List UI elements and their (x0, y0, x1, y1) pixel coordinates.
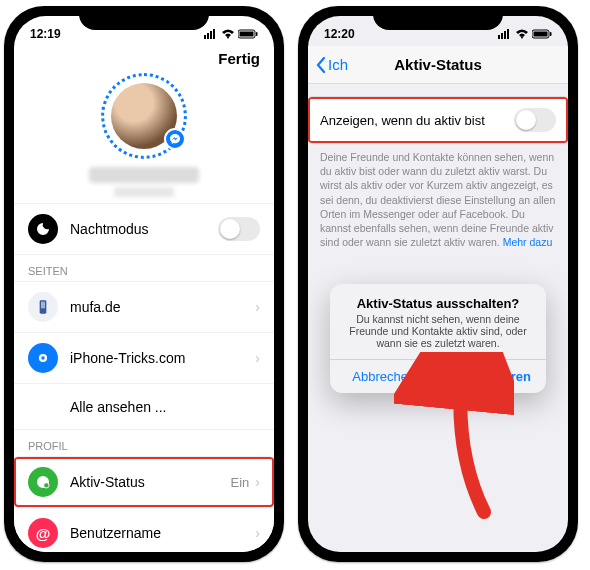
nightmode-row[interactable]: Nachtmodus (14, 203, 274, 254)
nav-bar-left: Fertig (14, 46, 274, 69)
svg-point-18 (521, 37, 523, 39)
active-status-value: Ein (231, 475, 250, 490)
chevron-right-icon: › (255, 299, 260, 315)
page-icon-iphonetricks (28, 343, 58, 373)
moon-icon (28, 214, 58, 244)
svg-rect-21 (550, 32, 552, 36)
dialog-title: Aktiv-Status ausschalten? (330, 284, 546, 313)
wifi-icon (221, 29, 235, 39)
svg-rect-6 (240, 32, 254, 37)
active-status-label: Aktiv-Status (70, 474, 231, 490)
svg-point-13 (44, 483, 49, 488)
username-row[interactable]: @ Benutzername › (14, 507, 274, 552)
page-icon-mufa (28, 292, 58, 322)
profile-name-blurred (89, 167, 199, 183)
scan-code-ring[interactable] (101, 73, 187, 159)
notch (79, 6, 209, 30)
wifi-icon (515, 29, 529, 39)
status-icons (204, 29, 258, 39)
svg-rect-2 (210, 31, 212, 39)
page-label: iPhone-Tricks.com (70, 350, 249, 366)
see-all-row[interactable]: Alle ansehen ... (14, 383, 274, 429)
messenger-badge-icon (164, 128, 186, 150)
svg-rect-1 (207, 33, 209, 39)
nightmode-label: Nachtmodus (70, 221, 218, 237)
profile-sub-blurred (114, 187, 174, 197)
status-time: 12:19 (30, 27, 61, 41)
svg-rect-3 (213, 29, 215, 39)
svg-rect-14 (498, 35, 500, 39)
svg-point-4 (227, 37, 229, 39)
deactivate-button[interactable]: Deaktivieren (438, 360, 547, 393)
section-pages: SEITEN (14, 254, 274, 281)
battery-icon (238, 29, 258, 39)
notch (373, 6, 503, 30)
page-label: mufa.de (70, 299, 249, 315)
svg-rect-15 (501, 33, 503, 39)
status-time: 12:20 (324, 27, 355, 41)
svg-point-11 (41, 356, 45, 360)
setting-description: Deine Freunde und Kontakte können sehen,… (308, 144, 568, 249)
screen-left: 12:19 Fertig Nachtmodus (14, 16, 274, 552)
svg-rect-9 (41, 302, 45, 309)
dialog-body: Du kannst nicht sehen, wenn deine Freund… (330, 313, 546, 359)
done-button[interactable]: Fertig (218, 50, 260, 67)
active-status-icon (28, 467, 58, 497)
chevron-right-icon: › (255, 350, 260, 366)
show-active-label: Anzeigen, wenn du aktiv bist (320, 113, 485, 128)
svg-rect-7 (256, 32, 258, 36)
show-active-toggle[interactable] (514, 108, 556, 132)
svg-rect-16 (504, 31, 506, 39)
battery-icon (532, 29, 552, 39)
nightmode-toggle[interactable] (218, 217, 260, 241)
chevron-right-icon: › (255, 525, 260, 541)
phone-right: 12:20 Ich Aktiv-Status Anzeigen, wenn du… (298, 6, 578, 562)
confirm-dialog: Aktiv-Status ausschalten? Du kannst nich… (330, 284, 546, 393)
signal-icon (204, 29, 218, 39)
see-all-label: Alle ansehen ... (70, 399, 260, 415)
desc-text: Deine Freunde und Kontakte können sehen,… (320, 151, 555, 248)
show-active-row[interactable]: Anzeigen, wenn du aktiv bist (308, 96, 568, 144)
dialog-buttons: Abbrechen Deaktivieren (330, 359, 546, 393)
cancel-button[interactable]: Abbrechen (330, 360, 438, 393)
nav-bar-right: Ich Aktiv-Status (308, 46, 568, 84)
username-label: Benutzername (70, 525, 249, 541)
signal-icon (498, 29, 512, 39)
page-row-mufa[interactable]: mufa.de › (14, 281, 274, 332)
section-profile: PROFIL (14, 429, 274, 456)
profile-area (14, 69, 274, 203)
svg-rect-17 (507, 29, 509, 39)
chevron-right-icon: › (255, 474, 260, 490)
at-icon: @ (28, 518, 58, 548)
status-icons (498, 29, 552, 39)
active-status-row[interactable]: Aktiv-Status Ein › (14, 456, 274, 507)
screen-right: 12:20 Ich Aktiv-Status Anzeigen, wenn du… (308, 16, 568, 552)
phone-left: 12:19 Fertig Nachtmodus (4, 6, 284, 562)
page-row-iphonetricks[interactable]: iPhone-Tricks.com › (14, 332, 274, 383)
page-title: Aktiv-Status (308, 56, 568, 73)
svg-rect-20 (534, 32, 548, 37)
svg-rect-0 (204, 35, 206, 39)
learn-more-link[interactable]: Mehr dazu (503, 236, 553, 248)
